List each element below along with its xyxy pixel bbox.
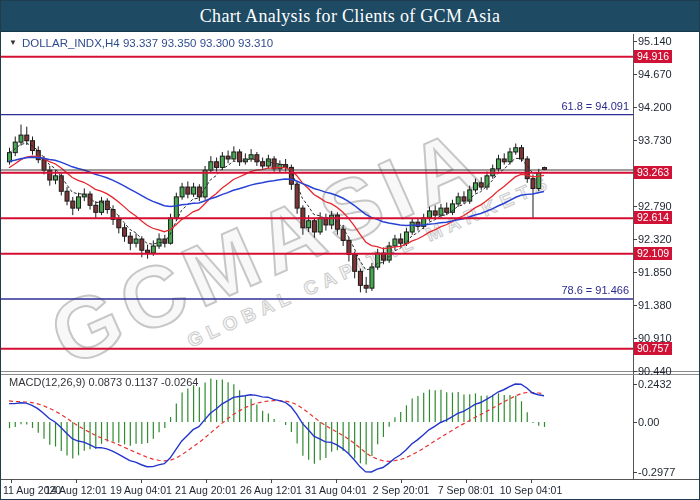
candlestick-chart-canvas[interactable]	[1, 1, 700, 500]
chart-window: Chart Analysis for Clients of GCM Asia G…	[0, 0, 700, 500]
